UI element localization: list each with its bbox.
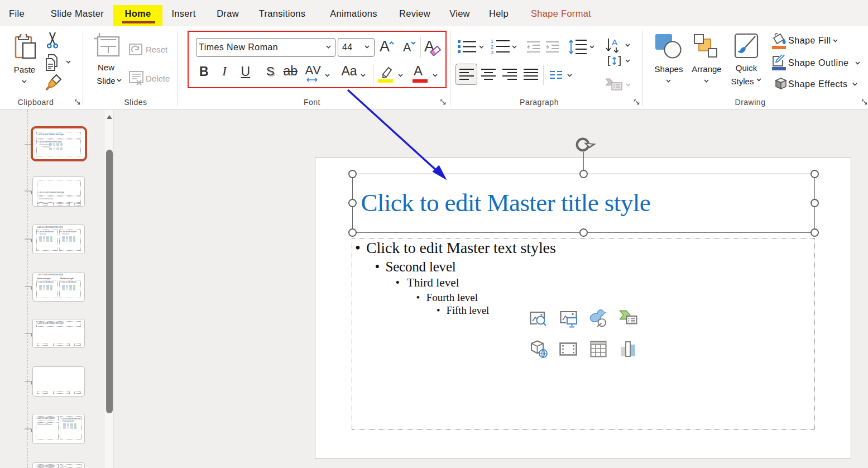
svg-text:A: A — [612, 37, 617, 47]
svg-text:3: 3 — [491, 50, 493, 55]
svg-text:1: 1 — [491, 39, 493, 44]
svg-text:2: 2 — [491, 44, 493, 50]
